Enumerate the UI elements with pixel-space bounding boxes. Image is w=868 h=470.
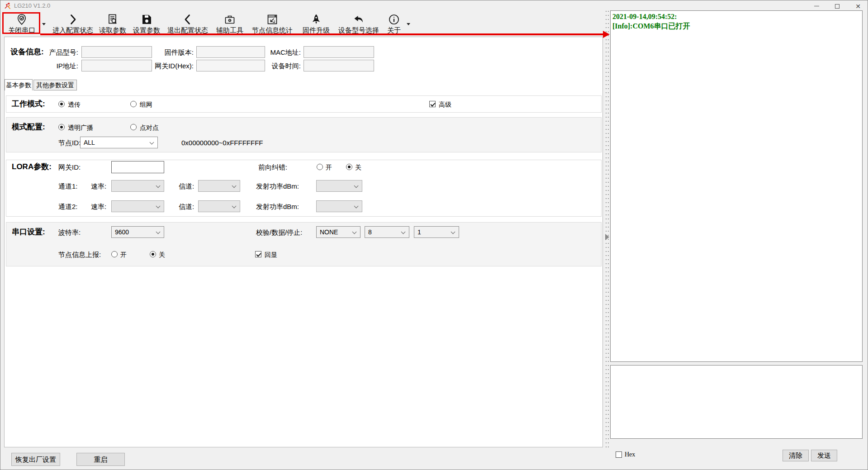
channel2-rate-select[interactable] [111, 200, 164, 212]
channel1-label: 通道1: [58, 182, 78, 190]
chevron-down-icon [401, 230, 406, 234]
hex-checkbox[interactable] [616, 451, 622, 458]
parity-value: NONE [320, 228, 338, 236]
toolbox-icon [224, 13, 236, 25]
data-bits-select[interactable]: 8 [365, 226, 409, 238]
toolbar-button-node-stats[interactable]: 节点信息统计 [251, 13, 293, 35]
radio-label-point-to-point: 点对点 [140, 123, 159, 132]
channel1-chan-label: 信道: [179, 182, 194, 190]
parity-select[interactable]: NONE [316, 226, 360, 238]
save-icon [141, 13, 152, 25]
chevron-down-icon [232, 204, 237, 209]
radio-fec-on[interactable] [317, 164, 323, 170]
channel1-rate-label: 速率: [91, 182, 106, 190]
channel2-rate-label: 速率: [91, 203, 106, 211]
chevron-down-icon [156, 230, 161, 234]
field-label-device-time: 设备时间: [247, 62, 301, 70]
radio-transparent-broadcast[interactable] [58, 124, 65, 130]
dropdown-caret-icon[interactable] [42, 23, 46, 25]
field-label-firmware-version: 固件版本: [143, 48, 194, 57]
framing-label: 校验/数据/停止: [256, 228, 303, 237]
radio-point-to-point[interactable] [130, 124, 137, 130]
toolbar-button-read-params[interactable]: 读取参数 [99, 13, 127, 35]
radio-label-report-off: 关 [159, 251, 165, 259]
product-model-input[interactable] [81, 46, 152, 58]
tab-strip: 基本参数 其他参数设置 [5, 79, 602, 90]
chevron-down-icon [451, 230, 455, 234]
info-icon [388, 13, 400, 25]
baud-rate-label: 波特率: [58, 228, 81, 237]
dropdown-caret-icon[interactable] [407, 23, 410, 25]
echo-label: 回显 [265, 251, 277, 259]
toolbar-button-enter-config[interactable]: 进入配置状态 [52, 13, 94, 35]
toolbar-button-exit-config[interactable]: 退出配置状态 [167, 13, 209, 35]
radio-report-on[interactable] [111, 251, 118, 257]
tab-basic-params[interactable]: 基本参数 [5, 79, 33, 90]
radio-report-off[interactable] [150, 251, 156, 257]
reboot-button[interactable]: 重启 [76, 453, 125, 466]
app-logo-icon [4, 2, 11, 9]
channel2-power-select[interactable] [316, 200, 362, 212]
toolbar-button-about[interactable]: 关于 [386, 13, 402, 35]
device-time-input[interactable] [304, 60, 374, 71]
mac-address-input[interactable] [304, 46, 374, 58]
gateway-id-label: 网关ID: [58, 163, 81, 171]
echo-checkbox[interactable] [255, 251, 261, 257]
chevron-down-icon [150, 140, 154, 145]
document-search-icon [107, 13, 119, 25]
work-mode-title: 工作模式: [12, 99, 45, 109]
title-bar: LG210 V1.2.0 ✕ [0, 0, 868, 11]
node-id-label: 节点ID: [58, 139, 81, 147]
radio-fec-off[interactable] [346, 164, 352, 170]
splitter-collapse-icon[interactable] [605, 234, 609, 240]
toolbar-button-aux-tools[interactable]: 辅助工具 [216, 13, 244, 35]
annotation-arrow-head-icon [603, 31, 610, 38]
node-id-select[interactable]: ALL [80, 137, 158, 148]
panel-splitter[interactable] [605, 9, 610, 447]
send-button[interactable]: 发送 [811, 450, 837, 461]
radio-networking-mode[interactable] [130, 101, 137, 107]
radio-label-networking: 组网 [140, 100, 152, 109]
channel2-chan-select[interactable] [198, 200, 240, 212]
stop-bits-select[interactable]: 1 [414, 226, 459, 238]
clear-button[interactable]: 清除 [783, 450, 809, 461]
fec-label: 前向纠错: [258, 163, 287, 171]
channel2-label: 通道2: [58, 203, 78, 211]
toolbar-button-set-params[interactable]: 设置参数 [133, 13, 161, 35]
chevron-down-icon [354, 184, 359, 188]
chevron-down-icon [232, 184, 237, 188]
channel2-chan-label: 信道: [179, 203, 194, 211]
channel1-power-select[interactable] [316, 180, 362, 192]
advanced-checkbox[interactable] [429, 101, 436, 107]
toolbar-button-firmware-upgrade[interactable]: 固件升级 [302, 13, 330, 35]
field-label-ip-address: IP地址: [28, 62, 78, 70]
toolbar-button-device-model[interactable]: 设备型号选择 [338, 13, 379, 35]
ip-address-input[interactable] [81, 60, 152, 71]
advanced-label: 高级 [439, 100, 451, 109]
chevron-down-icon [354, 204, 359, 209]
gateway-id-input[interactable] [111, 161, 164, 173]
baud-rate-select[interactable]: 9600 [111, 226, 164, 238]
radio-label-report-on: 开 [120, 251, 127, 259]
channel1-chan-select[interactable] [198, 180, 240, 192]
hex-label: Hex [625, 451, 635, 458]
channel1-rate-select[interactable] [111, 180, 164, 192]
log-line-message: [Info]:COM6串口已打开 [612, 21, 860, 31]
send-input-area[interactable] [610, 365, 863, 439]
rocket-icon [310, 13, 322, 25]
chevron-left-icon [182, 13, 194, 25]
radio-transparent-mode[interactable] [58, 101, 65, 107]
baud-rate-value: 9600 [115, 228, 129, 236]
chevron-down-icon [156, 204, 161, 209]
chevron-right-icon [67, 13, 79, 25]
section-work-mode [6, 95, 602, 113]
chevron-down-icon [352, 230, 357, 234]
log-output-area[interactable]: 2021-09-14,09:54:52: [Info]:COM6串口已打开 [610, 10, 863, 362]
field-label-gateway-id-hex: 网关ID(Hex): [143, 62, 194, 70]
window-title: LG210 V1.2.0 [14, 2, 50, 9]
channel2-power-label: 发射功率dBm: [256, 203, 299, 211]
channel1-power-label: 发射功率dBm: [256, 182, 299, 190]
radio-label-transparent-broadcast: 透明广播 [68, 123, 93, 132]
factory-reset-button[interactable]: 恢复出厂设置 [11, 453, 60, 466]
tab-other-params[interactable]: 其他参数设置 [33, 80, 77, 90]
